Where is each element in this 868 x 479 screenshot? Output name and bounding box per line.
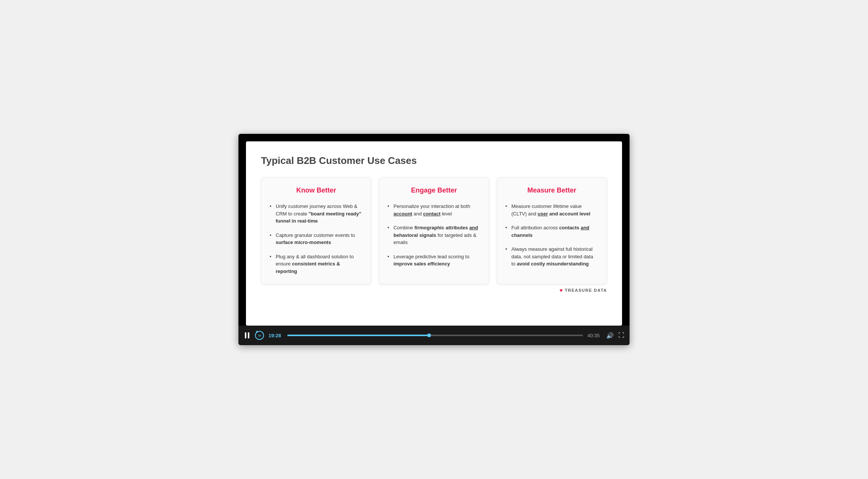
card-know-better-items: Unify customer journey across Web & CRM … [270,203,363,275]
bold-text: and account level [549,211,590,217]
card-engage-better-title: Engage Better [387,186,480,194]
total-time: 40:35 [587,333,602,338]
bold-text: surface micro-moments [276,240,331,245]
list-item: Personalize your interaction at both acc… [387,203,480,217]
bold-text: improve sales efficiency [393,261,450,267]
card-know-better: Know Better Unify customer journey acros… [261,177,371,284]
card-engage-better: Engage Better Personalize your interacti… [379,177,489,284]
video-area: Typical B2B Customer Use Cases Know Bett… [238,134,630,326]
pause-bar-right [248,332,249,338]
list-item: Capture granular customer events to surf… [270,232,363,246]
replay-10-button[interactable] [255,331,264,340]
pause-button[interactable] [244,332,250,339]
list-item: Unify customer journey across Web & CRM … [270,203,363,225]
card-measure-better: Measure Better Measure customer lifetime… [497,177,607,284]
progress-thumb[interactable] [427,333,431,337]
fullscreen-icon: ⛶ [618,332,624,339]
slide-title: Typical B2B Customer Use Cases [261,155,607,167]
list-item: Full attribution across contacts and cha… [505,224,598,239]
card-know-better-title: Know Better [270,186,363,194]
list-item: Leverage predictive lead scoring to impr… [387,253,480,268]
progress-bar[interactable] [287,335,583,336]
bold-text: contact [423,211,440,217]
card-measure-better-title: Measure Better [505,186,598,194]
treasure-data-logo: TREASURE DATA [565,288,607,293]
video-player: Typical B2B Customer Use Cases Know Bett… [238,134,630,345]
bold-text: firmographic attributes and behavioral s… [393,225,478,238]
fullscreen-button[interactable]: ⛶ [618,332,624,339]
bold-text: consistent metrics & reporting [276,261,340,274]
replay-icon [255,331,264,340]
treasure-data-heart-icon: ♥ [560,287,563,293]
bold-text: contacts and channels [511,225,589,238]
pause-bar-left [245,332,246,338]
list-item: Combine firmographic attributes and beha… [387,224,480,246]
volume-icon: 🔊 [606,332,614,339]
replay-arrow-icon [255,330,259,333]
card-measure-better-items: Measure customer lifetime value (CLTV) a… [505,203,598,268]
controls-bar: 19:28 40:35 🔊 ⛶ [238,326,630,345]
progress-filled [287,335,429,336]
bold-text: account [393,211,412,217]
bold-text: user [538,211,548,217]
list-item: Measure customer lifetime value (CLTV) a… [505,203,598,217]
pause-icon [244,332,250,339]
current-time: 19:28 [269,333,283,338]
list-item: Plug any & all dashboard solution to ens… [270,253,363,275]
cards-row: Know Better Unify customer journey acros… [261,177,607,284]
bold-text: "board meeting ready" funnel in real-tim… [276,211,361,224]
bold-text: avoid costly misunderstanding [517,261,589,267]
list-item: Always measure against full historical d… [505,246,598,268]
slide-content: Typical B2B Customer Use Cases Know Bett… [246,141,622,326]
volume-button[interactable]: 🔊 [606,332,614,339]
logo-area: ♥ TREASURE DATA [261,284,607,295]
card-engage-better-items: Personalize your interaction at both acc… [387,203,480,268]
